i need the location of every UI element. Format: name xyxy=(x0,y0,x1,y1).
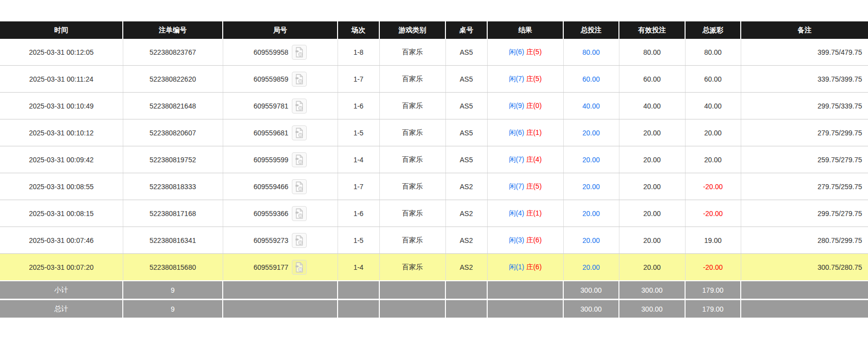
footer-table-number-cell xyxy=(445,281,487,300)
bet-id-cell: 522380818333 xyxy=(123,173,223,200)
result-cell: 闲(7) 庄(4) xyxy=(487,146,563,173)
time-cell: 2025-03-31 00:08:55 xyxy=(0,173,123,200)
result-banker: 庄(1) xyxy=(526,128,541,136)
footer-session-cell xyxy=(338,300,379,318)
table-number-cell: AS2 xyxy=(445,254,487,281)
round-number: 609559366 xyxy=(254,210,288,218)
video-replay-button[interactable] xyxy=(292,72,307,87)
video-replay-button[interactable] xyxy=(292,99,307,113)
result-player: 闲(6) xyxy=(509,128,524,136)
table-number-cell: AS2 xyxy=(445,227,487,254)
header-cell-round-id: 局号 xyxy=(223,21,338,39)
result-cell: 闲(3) 庄(6) xyxy=(487,227,563,254)
payout-cell: 19.00 xyxy=(685,227,741,254)
remark-cell: 300.75/280.75 xyxy=(741,254,868,281)
footer-game-type-cell xyxy=(379,281,445,300)
round-cell: 609559958 xyxy=(223,39,338,66)
video-replay-button[interactable] xyxy=(292,179,307,194)
round-number: 609559781 xyxy=(254,102,288,110)
remark-cell: 280.75/299.75 xyxy=(741,227,868,254)
game-type-cell: 百家乐 xyxy=(379,93,445,119)
bet-id-cell: 522380817168 xyxy=(123,200,223,227)
total-bet-value[interactable]: 20.00 xyxy=(582,183,600,191)
total-bet-value[interactable]: 20.00 xyxy=(582,156,600,164)
remark-cell: 279.75/299.75 xyxy=(741,119,868,146)
footer-valid-bet-cell: 300.00 xyxy=(619,300,685,318)
video-icon xyxy=(293,46,305,58)
session-cell: 1-7 xyxy=(338,66,379,93)
result-banker: 庄(5) xyxy=(526,182,541,190)
table-row[interactable]: 2025-03-31 00:08:15522380817168609559366… xyxy=(0,200,868,227)
bet-id-cell: 522380823767 xyxy=(123,39,223,66)
video-replay-button[interactable] xyxy=(292,233,307,248)
header-cell-bet-id: 注单编号 xyxy=(123,21,223,39)
footer-valid-bet-cell: 300.00 xyxy=(619,281,685,300)
table-row[interactable]: 2025-03-31 00:11:24522380822620609559859… xyxy=(0,66,868,93)
footer-label-cell: 总计 xyxy=(0,300,123,318)
video-replay-button[interactable] xyxy=(292,152,307,167)
table-footer: 小计9300.00300.00179.00总计9300.00300.00179.… xyxy=(0,281,868,318)
total-bet-value[interactable]: 20.00 xyxy=(582,210,600,218)
video-replay-button[interactable] xyxy=(292,206,307,221)
video-icon xyxy=(293,234,305,246)
round-cell: 609559781 xyxy=(223,93,338,119)
table-row[interactable]: 2025-03-31 00:12:05522380823767609559958… xyxy=(0,39,868,66)
game-type-cell: 百家乐 xyxy=(379,66,445,93)
footer-table-number-cell xyxy=(445,300,487,318)
result-cell: 闲(6) 庄(1) xyxy=(487,119,563,146)
video-replay-button[interactable] xyxy=(292,260,307,275)
payout-cell: 40.00 xyxy=(685,93,741,119)
table-number-cell: AS5 xyxy=(445,66,487,93)
table-row[interactable]: 2025-03-31 00:08:55522380818333609559466… xyxy=(0,173,868,200)
video-replay-button[interactable] xyxy=(292,125,307,140)
valid-bet-cell: 20.00 xyxy=(619,146,685,173)
round-number: 609559273 xyxy=(254,236,288,244)
video-icon xyxy=(293,181,305,193)
total-bet-value[interactable]: 80.00 xyxy=(582,48,600,56)
total-bet-cell: 60.00 xyxy=(563,66,619,93)
table-row[interactable]: 2025-03-31 00:07:20522380815680609559177… xyxy=(0,254,868,281)
total-bet-cell: 20.00 xyxy=(563,173,619,200)
payout-cell: 80.00 xyxy=(685,39,741,66)
payout-cell: -20.00 xyxy=(685,254,741,281)
table-row[interactable]: 2025-03-31 00:10:12522380820607609559681… xyxy=(0,119,868,146)
payout-cell: -20.00 xyxy=(685,173,741,200)
footer-result-cell xyxy=(487,300,563,318)
total-bet-value[interactable]: 60.00 xyxy=(582,75,600,83)
remark-cell: 299.75/339.75 xyxy=(741,93,868,119)
time-cell: 2025-03-31 00:07:20 xyxy=(0,254,123,281)
result-banker: 庄(5) xyxy=(526,75,541,83)
result-banker: 庄(6) xyxy=(526,263,541,271)
session-cell: 1-4 xyxy=(338,146,379,173)
result-cell: 闲(4) 庄(1) xyxy=(487,200,563,227)
time-cell: 2025-03-31 00:07:46 xyxy=(0,227,123,254)
result-player: 闲(6) xyxy=(509,48,524,56)
game-type-cell: 百家乐 xyxy=(379,173,445,200)
payout-cell: 20.00 xyxy=(685,146,741,173)
table-row[interactable]: 2025-03-31 00:07:46522380816341609559273… xyxy=(0,227,868,254)
total-bet-cell: 40.00 xyxy=(563,93,619,119)
table-number-cell: AS5 xyxy=(445,146,487,173)
table-row[interactable]: 2025-03-31 00:09:42522380819752609559599… xyxy=(0,146,868,173)
session-cell: 1-4 xyxy=(338,254,379,281)
video-icon xyxy=(293,73,305,85)
round-cell: 609559859 xyxy=(223,66,338,93)
video-replay-button[interactable] xyxy=(292,45,307,60)
footer-remark-cell xyxy=(741,281,868,300)
total-bet-value[interactable]: 20.00 xyxy=(582,236,600,244)
total-bet-value[interactable]: 20.00 xyxy=(582,263,600,271)
session-cell: 1-5 xyxy=(338,119,379,146)
round-cell: 609559466 xyxy=(223,173,338,200)
footer-count-cell: 9 xyxy=(123,300,223,318)
footer-remark-cell xyxy=(741,300,868,318)
table-row[interactable]: 2025-03-31 00:10:49522380821648609559781… xyxy=(0,93,868,119)
valid-bet-cell: 20.00 xyxy=(619,119,685,146)
remark-cell: 339.75/399.75 xyxy=(741,66,868,93)
total-bet-value[interactable]: 20.00 xyxy=(582,129,600,137)
valid-bet-cell: 60.00 xyxy=(619,66,685,93)
footer-label-cell: 小计 xyxy=(0,281,123,300)
session-cell: 1-7 xyxy=(338,173,379,200)
total-bet-value[interactable]: 40.00 xyxy=(582,102,600,110)
video-icon xyxy=(293,100,305,112)
game-type-cell: 百家乐 xyxy=(379,39,445,66)
